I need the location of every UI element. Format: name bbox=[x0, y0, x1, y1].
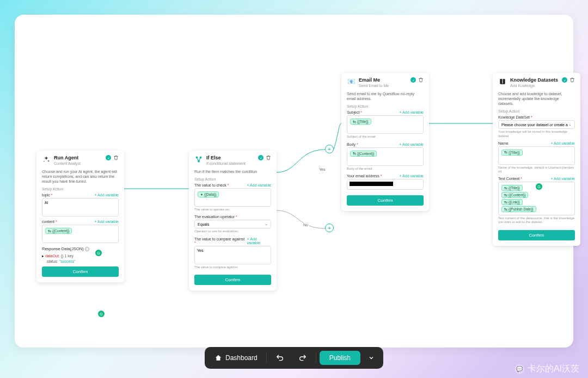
field-label: The evaluation operator * bbox=[194, 215, 237, 219]
info-icon[interactable]: i bbox=[85, 247, 89, 251]
field-help: Operator to use for evaluation. bbox=[194, 230, 271, 233]
add-variable-link[interactable]: + Add variable bbox=[550, 177, 575, 181]
delete-icon[interactable] bbox=[418, 77, 424, 83]
node-desc: Choose and add kowledge to dataset, incr… bbox=[498, 91, 575, 106]
field-label: Your email address * bbox=[347, 174, 382, 178]
value-check-input[interactable]: ✦{{Data}} bbox=[194, 188, 271, 207]
email-address-input[interactable] bbox=[347, 179, 424, 190]
add-variable-link[interactable]: + Add variable bbox=[550, 141, 575, 145]
field-help: Body of the email. bbox=[347, 167, 424, 171]
variable-chip[interactable]: Tc{{Content}} bbox=[45, 228, 72, 234]
response-row: ▸ dataOut: {} 1 key bbox=[42, 253, 119, 259]
branch-icon bbox=[194, 155, 203, 164]
node-email-me[interactable]: 📧 Email Me Send Email to Me ✓ Send email… bbox=[341, 73, 429, 211]
variable-chip[interactable]: ✦{{Data}} bbox=[198, 191, 219, 197]
add-variable-link[interactable]: + Add variable bbox=[94, 220, 119, 224]
sparkle-icon bbox=[42, 155, 51, 164]
subject-input[interactable]: Tc{{Title}} bbox=[347, 115, 424, 134]
name-input[interactable]: Tc{{Title}} bbox=[498, 146, 575, 165]
topic-input[interactable]: AIG bbox=[42, 198, 119, 216]
field-label: topic * bbox=[42, 193, 52, 197]
edge-label-yes: Yes bbox=[318, 168, 326, 171]
redo-icon bbox=[298, 354, 307, 362]
home-icon bbox=[215, 354, 222, 362]
confirm-button[interactable]: Confirm bbox=[42, 267, 119, 277]
variable-chip[interactable]: Tc{{Publish Date}} bbox=[501, 206, 536, 212]
status-dot: ✓ bbox=[258, 155, 264, 160]
body-input[interactable]: Tc{{Content}} bbox=[347, 147, 424, 166]
variable-chip[interactable]: Tc{{Title}} bbox=[501, 185, 523, 191]
add-node-button[interactable]: + bbox=[325, 145, 334, 153]
node-run-agent[interactable]: Run Agent Content Analyst ✓ Choose and r… bbox=[36, 151, 124, 282]
undo-icon bbox=[275, 354, 284, 362]
section-label: Setup Action bbox=[194, 177, 271, 181]
field-help: Your knowledge will be stored in this kn… bbox=[498, 130, 575, 138]
variable-chip[interactable]: Tc{{Title}} bbox=[501, 150, 523, 156]
add-variable-link[interactable]: + Add variable bbox=[399, 110, 424, 114]
field-label: Name bbox=[498, 141, 509, 145]
add-variable-link[interactable]: + Add variable bbox=[247, 183, 271, 187]
divider bbox=[316, 352, 316, 363]
operator-select[interactable]: Equals⌄ bbox=[194, 220, 271, 228]
redo-button[interactable] bbox=[293, 350, 313, 365]
add-node-button[interactable]: + bbox=[325, 224, 334, 232]
ai-ball-icon[interactable]: G bbox=[98, 311, 105, 317]
ai-ball-icon[interactable]: G bbox=[536, 183, 542, 190]
variable-chip[interactable]: Tc{{Title}} bbox=[350, 119, 371, 125]
node-desc: Choose and run your AI agent, the agent … bbox=[42, 169, 119, 184]
chevron-down-icon: ⌄ bbox=[265, 222, 268, 226]
field-label: Subject * bbox=[347, 110, 362, 114]
node-if-else[interactable]: If Else If conditional statement ✓ Run i… bbox=[189, 151, 277, 290]
variable-chip[interactable]: Tc{{Link}} bbox=[501, 199, 523, 205]
dashboard-button[interactable]: Dashboard bbox=[209, 351, 263, 365]
field-label: content * bbox=[42, 220, 57, 224]
add-variable-link[interactable]: + Add variable bbox=[247, 237, 271, 245]
add-variable-link[interactable]: + Add variable bbox=[399, 174, 424, 178]
node-title: Run Agent bbox=[54, 155, 102, 161]
node-subtitle: Content Analyst bbox=[54, 162, 102, 166]
confirm-button[interactable]: Confirm bbox=[498, 230, 575, 240]
section-label: Setup Action bbox=[347, 104, 424, 108]
field-help: Text content of the datasource, that is … bbox=[498, 216, 575, 224]
edge-label-no: No bbox=[302, 223, 309, 227]
delete-icon[interactable] bbox=[569, 77, 575, 83]
node-title: If Else bbox=[206, 155, 255, 161]
publish-button[interactable]: Publish bbox=[320, 351, 360, 365]
node-title: Email Me bbox=[359, 77, 407, 83]
field-help: The value to compare against. bbox=[194, 265, 271, 269]
field-label: Kowledge DateSet * bbox=[498, 115, 532, 119]
node-subtitle: If conditional statement bbox=[206, 162, 255, 166]
chevron-down-icon bbox=[368, 355, 375, 361]
undo-button[interactable] bbox=[270, 350, 290, 365]
book-icon bbox=[498, 77, 507, 86]
chevron-down-icon: ⌄ bbox=[568, 122, 572, 127]
field-label: Text Content * bbox=[498, 177, 522, 181]
status-dot: ✓ bbox=[562, 77, 567, 83]
dataset-select[interactable]: Please choose your dataset or create a n… bbox=[498, 120, 575, 129]
variable-chip[interactable]: Tc{{Content}} bbox=[350, 151, 377, 157]
response-row: status: "success" bbox=[42, 259, 119, 264]
field-label: The value to compare against * bbox=[194, 237, 247, 245]
node-knowledge-datasets[interactable]: Knowledge Datasets Add Kowledge ✓ Choose… bbox=[493, 73, 580, 246]
section-label: Setup Action bbox=[42, 187, 119, 191]
response-data-title: Response Data(JSON)i bbox=[42, 246, 119, 251]
delete-icon[interactable] bbox=[266, 155, 271, 160]
confirm-button[interactable]: Confirm bbox=[347, 195, 424, 206]
text-content-input[interactable]: Tc{{Title}} G Tc{{Content}} Tc{{Link}} T… bbox=[498, 182, 575, 215]
compare-input[interactable]: Yes bbox=[194, 246, 271, 264]
field-label: Body * bbox=[347, 142, 358, 146]
add-variable-link[interactable]: + Add variable bbox=[399, 142, 424, 146]
field-label: The value to check * bbox=[194, 183, 229, 187]
field-help: Name of the knowledge, default is Unamed… bbox=[498, 166, 575, 173]
field-help: The value to operate on. bbox=[194, 208, 271, 212]
publish-dropdown-button[interactable] bbox=[364, 351, 379, 364]
confirm-button[interactable]: Confirm bbox=[194, 275, 271, 285]
variable-chip[interactable]: Tc{{Content}} bbox=[501, 192, 528, 198]
node-subtitle: Add Kowledge bbox=[510, 84, 559, 88]
content-input[interactable]: Tc{{Content}}G bbox=[42, 225, 119, 243]
node-desc: Send email to me by Questflow no-reply e… bbox=[347, 91, 424, 101]
add-variable-link[interactable]: + Add variable bbox=[94, 193, 119, 197]
email-icon: 📧 bbox=[347, 77, 356, 86]
workflow-canvas[interactable]: Run Agent Content Analyst ✓ Choose and r… bbox=[15, 15, 573, 348]
delete-icon[interactable] bbox=[113, 155, 119, 160]
